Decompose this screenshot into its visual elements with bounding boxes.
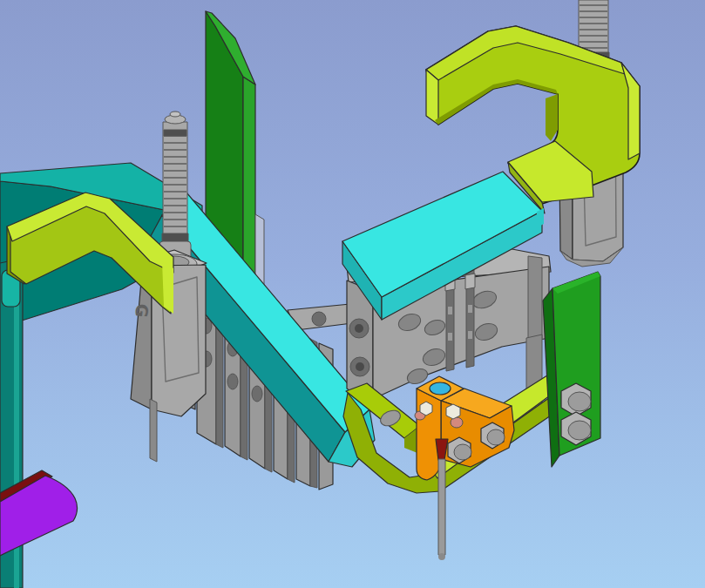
c-clamp-left-leg-face (426, 70, 438, 125)
hex-bolt-cap (568, 421, 591, 440)
left-block-pin (150, 399, 157, 462)
hex-bolt-cap (454, 444, 471, 460)
small-bolt-hex (420, 402, 432, 416)
small-bolt-hex (446, 404, 460, 419)
hex-bolt-cap (568, 392, 591, 411)
slot-clip (465, 274, 475, 289)
center-block-right-strip (528, 256, 542, 341)
right-spring-rod (579, 0, 608, 54)
counterbore-hole-center (356, 362, 364, 371)
green-panel[interactable] (543, 272, 600, 467)
orange-post-cyan-bushing (430, 382, 451, 395)
slot-detail (448, 333, 452, 341)
block-engraving: G (132, 303, 153, 319)
finger-top-plate-hole (312, 312, 326, 326)
left-spring-collar-ring (164, 130, 186, 136)
slot-detail (468, 331, 472, 339)
left-spring-knob-tip (170, 112, 180, 117)
slot-detail (468, 305, 472, 313)
cad-scene-svg[interactable]: G (0, 0, 705, 588)
probe-rod (438, 459, 445, 555)
slot-detail (448, 307, 452, 314)
counterbore-hole-center (355, 324, 363, 333)
probe-rod-tip (438, 553, 445, 560)
finger-hole (227, 374, 238, 389)
orange-post-front-face (417, 389, 441, 480)
cad-viewport[interactable]: G (0, 0, 705, 588)
finger-hole (252, 386, 262, 402)
hex-bolt-cap (487, 429, 505, 445)
